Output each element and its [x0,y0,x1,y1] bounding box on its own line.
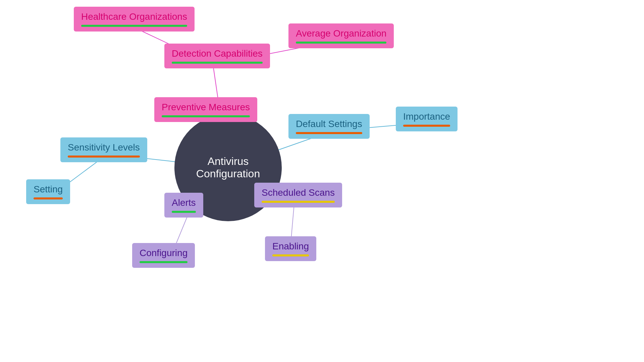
setting-label: Setting [34,184,63,195]
preventive-bar [162,115,250,117]
alerts-node[interactable]: Alerts [164,193,203,218]
healthcare-label: Healthcare Organizations [81,11,187,22]
enabling-bar [272,254,309,256]
alerts-bar [172,211,196,213]
default-bar [296,132,362,134]
preventive-label: Preventive Measures [162,102,250,113]
alerts-label: Alerts [172,197,196,208]
configuring-node[interactable]: Configuring [132,243,195,268]
sensitivity-label: Sensitivity Levels [68,142,140,153]
sensitivity-bar [68,156,140,158]
configuring-bar [140,261,187,263]
setting-bar [34,197,63,199]
importance-bar [403,125,450,127]
healthcare-bar [81,25,187,27]
configuring-label: Configuring [140,248,187,258]
importance-node[interactable]: Importance [396,107,458,131]
scheduled-label: Scheduled Scans [262,187,335,198]
importance-label: Importance [403,111,450,122]
detection-node[interactable]: Detection Capabilities [164,44,270,68]
default-label: Default Settings [296,119,362,129]
scheduled-bar [262,201,335,203]
center-label: Antivirus Configuration [182,155,274,180]
detection-bar [172,62,263,64]
average-bar [296,42,386,44]
average-node[interactable]: Average Organization [288,23,394,48]
detection-label: Detection Capabilities [172,48,263,59]
healthcare-node[interactable]: Healthcare Organizations [74,7,195,32]
setting-node[interactable]: Setting [26,179,70,204]
default-node[interactable]: Default Settings [288,114,370,139]
average-label: Average Organization [296,28,386,39]
sensitivity-node[interactable]: Sensitivity Levels [60,137,147,162]
enabling-label: Enabling [272,241,309,252]
enabling-node[interactable]: Enabling [265,236,316,261]
scheduled-node[interactable]: Scheduled Scans [254,183,342,207]
preventive-node[interactable]: Preventive Measures [154,97,257,122]
